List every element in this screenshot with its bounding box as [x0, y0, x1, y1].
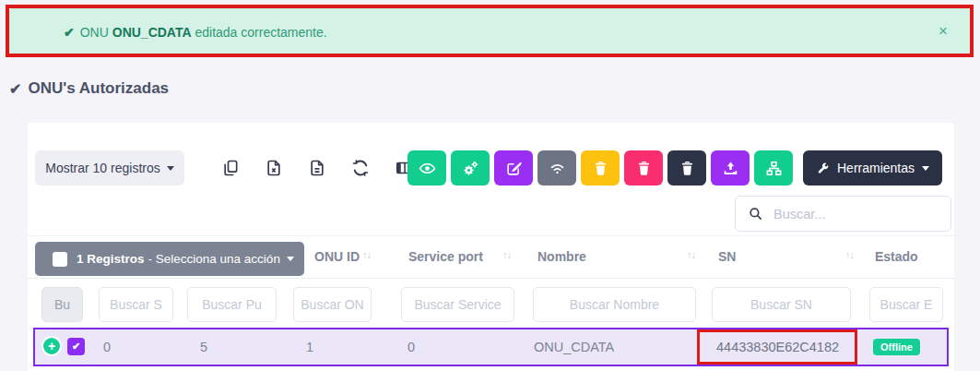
- cell-service-port: 0: [407, 340, 415, 354]
- table-tools-bar: [216, 156, 430, 180]
- upload-button[interactable]: [711, 150, 750, 186]
- filter-select-input: [41, 287, 83, 322]
- sort-icon[interactable]: ↑↓: [687, 249, 695, 260]
- export-file-button[interactable]: [302, 156, 332, 180]
- cell-nombre: ONU_CDATA: [534, 340, 614, 354]
- cell-sn: 44433830E62C4182: [716, 340, 839, 354]
- filter-service-port-input[interactable]: [401, 287, 514, 322]
- provision-button[interactable]: [451, 150, 490, 186]
- tools-dropdown-button[interactable]: Herramientas: [803, 150, 942, 186]
- tools-label: Herramientas: [837, 161, 915, 175]
- sort-icon[interactable]: ↑↓: [845, 249, 854, 260]
- filter-estado-input[interactable]: [869, 287, 943, 322]
- wifi-button[interactable]: [537, 150, 576, 186]
- cell-onu-id: 1: [306, 340, 313, 354]
- upload-icon: [722, 160, 739, 177]
- chevron-down-icon: [167, 166, 174, 171]
- search-container: [735, 196, 951, 232]
- column-header-service-port[interactable]: Service port: [403, 248, 489, 265]
- alert-onu-name: ONU_CDATA: [112, 25, 192, 40]
- filter-onu-id-input[interactable]: [293, 287, 372, 322]
- expand-row-button[interactable]: +: [41, 336, 62, 356]
- bulk-action-label: Selecciona una acción: [156, 252, 280, 266]
- alert-close-button[interactable]: ×: [933, 21, 953, 42]
- file-text-icon: [308, 159, 326, 177]
- wrench-icon: [816, 162, 830, 175]
- trash-icon: [679, 160, 696, 177]
- alert-message: ✔ONU ONU_CDATA editada correctamente.: [64, 25, 327, 40]
- table-row[interactable]: + ✔ 0 5 1 0 ONU_CDATA 44433830E62C4182 O…: [33, 328, 949, 366]
- alert-message-suffix: editada correctamente.: [195, 25, 326, 40]
- topology-button[interactable]: [754, 150, 793, 186]
- cell-puerto: 5: [200, 340, 207, 354]
- page-title: ✔ ONU's Autorizadas: [9, 79, 169, 98]
- refresh-icon: [351, 159, 370, 177]
- sort-icon[interactable]: ↑↓: [362, 249, 371, 260]
- column-header-nombre[interactable]: Nombre: [532, 248, 592, 265]
- filter-slot-input[interactable]: [99, 287, 173, 322]
- show-entries-dropdown[interactable]: Mostrar 10 registros: [35, 150, 184, 186]
- column-header-sn[interactable]: SN: [713, 248, 741, 265]
- delete-dark-button[interactable]: [667, 150, 706, 186]
- selected-count: 1 Registros: [77, 252, 145, 266]
- filter-sn-input[interactable]: [712, 287, 851, 322]
- edit-button[interactable]: [494, 150, 533, 186]
- row-actions-bar: Herramientas: [407, 150, 942, 186]
- delete-warning-button[interactable]: [581, 150, 620, 186]
- chevron-down-icon: [922, 166, 929, 171]
- success-alert: ✔ONU ONU_CDATA editada correctamente. ×: [9, 8, 971, 55]
- delete-danger-button[interactable]: [624, 150, 663, 186]
- cell-slot: 0: [103, 340, 111, 354]
- bulk-separator: -: [148, 252, 153, 266]
- copy-button[interactable]: [216, 156, 245, 180]
- copy-icon: [221, 159, 240, 177]
- sitemap-icon: [765, 160, 783, 177]
- eye-icon: [419, 160, 436, 177]
- select-all-checkbox[interactable]: [53, 252, 67, 267]
- search-icon: [748, 206, 763, 221]
- edit-icon: [505, 160, 523, 177]
- wifi-icon: [549, 160, 566, 177]
- page-title-label: ONU's Autorizadas: [28, 79, 169, 98]
- check-icon: ✔: [9, 80, 21, 98]
- alert-message-prefix: ONU: [80, 25, 109, 40]
- page: ✔ONU ONU_CDATA editada correctamente. × …: [0, 0, 980, 371]
- trash-icon: [592, 160, 609, 177]
- onu-table-card: Mostrar 10 registros: [28, 123, 954, 371]
- filter-puerto-input[interactable]: [187, 287, 277, 322]
- refresh-button[interactable]: [346, 156, 375, 180]
- view-button[interactable]: [407, 150, 446, 186]
- search-input[interactable]: [772, 206, 950, 222]
- status-badge: Offline: [873, 339, 920, 355]
- bulk-action-dropdown[interactable]: 1 Registros - Selecciona una acción: [35, 242, 304, 276]
- show-entries-label: Mostrar 10 registros: [45, 161, 159, 175]
- gears-icon: [462, 160, 479, 177]
- column-header-onu-id[interactable]: ONU ID: [309, 248, 365, 265]
- column-header-estado[interactable]: Estado: [869, 248, 924, 265]
- export-excel-button[interactable]: [259, 156, 289, 180]
- row-checkbox[interactable]: ✔: [67, 338, 85, 355]
- trash-icon: [635, 160, 653, 177]
- check-icon: ✔: [64, 25, 75, 40]
- chevron-down-icon: [287, 257, 294, 261]
- sort-icon[interactable]: ↑↓: [502, 249, 511, 260]
- filter-nombre-input[interactable]: [533, 287, 696, 322]
- excel-file-icon: [265, 159, 283, 177]
